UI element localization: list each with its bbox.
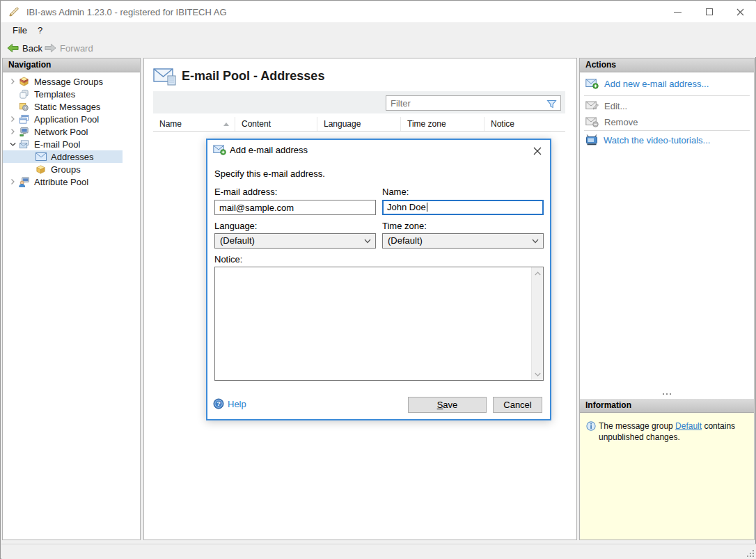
minimize-icon (674, 12, 682, 13)
scroll-up-icon[interactable] (532, 267, 544, 279)
actions-panel: Actions Add new e-mail address... Edit..… (579, 58, 755, 540)
information-message: The message group Default contains unpub… (599, 420, 745, 443)
info-icon (586, 421, 596, 434)
help-link[interactable]: ? Help (213, 398, 246, 409)
package-stack-icon (18, 77, 30, 87)
language-label: Language: (214, 221, 257, 231)
tree-item-groups[interactable]: Groups (3, 163, 140, 175)
information-header: Information (580, 399, 754, 413)
chevron-right-icon[interactable] (7, 129, 18, 134)
minimize-button[interactable] (662, 1, 693, 22)
filter-strip (153, 91, 565, 113)
action-add-email[interactable]: Add new e-mail address... (585, 76, 709, 91)
separator (584, 130, 750, 131)
tree-item-label: Addresses (51, 152, 93, 162)
tree-item-label: Templates (34, 89, 75, 100)
templates-icon (18, 89, 30, 100)
tree-item-static-messages[interactable]: Static Messages (3, 100, 140, 113)
default-group-link[interactable]: Default (675, 421, 702, 431)
tv-icon (585, 134, 598, 145)
column-header-notice[interactable]: Notice (485, 117, 565, 131)
timezone-select[interactable]: (Default) (382, 233, 544, 249)
action-edit-email: Edit... (585, 98, 627, 113)
chevron-right-icon[interactable] (7, 179, 18, 184)
name-field[interactable]: John Doe (382, 200, 544, 215)
dialog-title: Add e-mail address (230, 145, 308, 155)
column-header-language[interactable]: Language (317, 117, 401, 131)
envelope-edit-icon (585, 101, 599, 111)
action-watch-tutorials[interactable]: Watch the video-tutorials... (585, 132, 710, 148)
panel-splitter-handle[interactable] (580, 391, 754, 397)
status-bar (1, 544, 756, 559)
column-header-timezone[interactable]: Time zone (401, 117, 485, 131)
page-title: E-mail Pool - Addresses (182, 69, 324, 84)
title-bar: IBI-aws Admin 1.23.0 - registered for IB… (1, 1, 756, 22)
envelope-page-icon (153, 68, 178, 89)
navigation-header: Navigation (3, 58, 140, 72)
back-button[interactable]: Back (7, 41, 42, 55)
navigation-tree: Message Groups Templates Static Messages… (3, 72, 140, 188)
arrow-right-gray-icon (45, 43, 56, 53)
chevron-down-icon (364, 239, 371, 244)
close-icon (533, 147, 542, 155)
notice-textarea[interactable] (214, 267, 544, 381)
action-label: Watch the video-tutorials... (604, 135, 710, 145)
chevron-down-icon[interactable] (7, 141, 18, 147)
tree-item-label: E-mail Pool (34, 139, 80, 150)
column-header-name[interactable]: Name (153, 117, 235, 131)
name-label: Name: (382, 187, 409, 197)
text-caret (427, 203, 427, 212)
resize-grip[interactable] (746, 549, 754, 557)
maximize-icon (706, 8, 713, 15)
cancel-button[interactable]: Cancel (493, 397, 542, 413)
tree-item-attribute-pool[interactable]: Attribute Pool (3, 175, 140, 188)
forward-label: Forward (60, 43, 93, 54)
column-header-content[interactable]: Content (235, 117, 317, 131)
tree-item-addresses[interactable]: Addresses (3, 150, 123, 163)
forward-button: Forward (45, 41, 93, 55)
envelope-remove-icon (585, 117, 599, 127)
scroll-down-icon[interactable] (532, 368, 544, 380)
network-icon (18, 127, 30, 137)
email-field[interactable] (214, 200, 376, 215)
chevron-down-icon (532, 239, 539, 244)
tree-item-label: Static Messages (34, 102, 100, 112)
svg-text:?: ? (216, 400, 221, 407)
language-select[interactable]: (Default) (214, 233, 376, 249)
tree-item-label: Message Groups (34, 77, 103, 87)
close-button[interactable] (725, 1, 756, 22)
funnel-icon[interactable] (546, 99, 557, 111)
tree-item-templates[interactable]: Templates (3, 88, 140, 100)
dialog-description: Specify this e-mail address. (214, 168, 325, 179)
tree-item-label: Network Pool (34, 127, 88, 137)
tree-item-label: Application Pool (34, 114, 99, 125)
timezone-label: Time zone: (382, 221, 427, 231)
app-window: IBI-aws Admin 1.23.0 - registered for IB… (0, 0, 756, 559)
envelope-add-icon (213, 145, 226, 158)
chevron-right-icon[interactable] (7, 116, 18, 122)
information-panel: The message group Default contains unpub… (580, 413, 754, 540)
gear-box-icon (18, 102, 30, 112)
scrollbar[interactable] (531, 267, 543, 380)
close-icon (737, 8, 744, 16)
notice-label: Notice: (214, 254, 242, 265)
add-email-address-dialog: Add e-mail address Specify this e-mail a… (206, 139, 551, 420)
tree-item-email-pool[interactable]: E-mail Pool (3, 138, 140, 150)
dialog-close-button[interactable] (529, 143, 546, 159)
maximize-button[interactable] (693, 1, 725, 22)
menu-file[interactable]: File (13, 25, 27, 36)
tree-item-message-groups[interactable]: Message Groups (3, 75, 140, 88)
action-label: Remove (604, 117, 638, 127)
package-icon (35, 164, 47, 175)
tree-item-label: Attribute Pool (34, 177, 88, 187)
save-button[interactable]: Save (408, 397, 487, 413)
separator (584, 95, 750, 96)
chevron-right-icon[interactable] (7, 79, 18, 84)
action-remove-email: Remove (585, 114, 638, 129)
tree-item-application-pool[interactable]: Application Pool (3, 113, 140, 125)
action-label: Edit... (604, 101, 627, 111)
menu-help[interactable]: ? (38, 25, 42, 36)
filter-input[interactable] (391, 97, 537, 109)
envelope-stack-icon (18, 139, 30, 150)
tree-item-network-pool[interactable]: Network Pool (3, 125, 140, 138)
